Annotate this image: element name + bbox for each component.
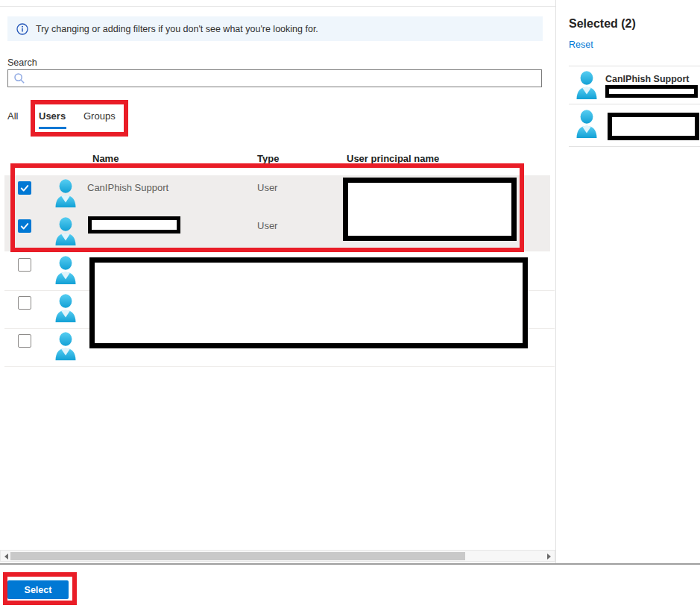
user-avatar-icon xyxy=(54,217,78,245)
search-icon xyxy=(13,72,25,84)
row3-checkbox[interactable] xyxy=(18,258,31,272)
selected-panel-title: Selected (2) xyxy=(569,17,636,31)
selected-item-name: CanIPhish Support xyxy=(605,74,690,84)
scroll-right-arrow-icon[interactable] xyxy=(547,554,551,560)
row2-name-redaction xyxy=(88,216,180,234)
row1-type: User xyxy=(257,182,277,193)
tab-users[interactable]: Users xyxy=(39,110,66,122)
user-avatar-icon xyxy=(54,294,78,322)
tab-all[interactable]: All xyxy=(7,110,18,122)
row4-checkbox[interactable] xyxy=(18,296,31,310)
member-picker-pane: Try changing or adding filters if you do… xyxy=(0,0,700,608)
scroll-left-arrow-icon[interactable] xyxy=(4,554,8,560)
panel-separator xyxy=(569,104,700,104)
selected-item-upn-redaction xyxy=(605,85,698,98)
panel-separator xyxy=(569,146,700,147)
row-separator xyxy=(4,366,555,367)
row2-checkbox[interactable] xyxy=(18,219,31,233)
scrollbar-thumb[interactable] xyxy=(10,552,465,560)
row2-type: User xyxy=(257,220,277,231)
tab-groups[interactable]: Groups xyxy=(83,110,116,122)
check-icon xyxy=(19,221,30,231)
rows-content-redaction-box xyxy=(89,257,528,348)
search-input[interactable] xyxy=(7,69,542,87)
panel-separator xyxy=(569,66,700,66)
column-header-type: Type xyxy=(257,153,279,164)
user-avatar-icon xyxy=(575,110,599,138)
upn-redaction-box xyxy=(343,178,517,241)
row1-name: CanIPhish Support xyxy=(87,182,168,193)
active-tab-underline xyxy=(39,127,66,129)
footer-divider xyxy=(0,563,700,565)
selected-item-redaction xyxy=(608,113,699,140)
user-avatar-icon xyxy=(54,179,78,207)
reset-link[interactable]: Reset xyxy=(569,40,593,50)
filter-hint-banner: Try changing or adding filters if you do… xyxy=(7,16,543,41)
column-header-name: Name xyxy=(92,153,119,164)
top-divider xyxy=(0,6,555,7)
row1-checkbox[interactable] xyxy=(18,181,31,195)
select-button[interactable]: Select xyxy=(7,580,69,599)
banner-text: Try changing or adding filters if you do… xyxy=(36,24,318,34)
user-avatar-icon xyxy=(575,71,599,99)
user-avatar-icon xyxy=(54,256,78,284)
column-header-upn: User principal name xyxy=(347,153,439,164)
info-icon xyxy=(16,23,28,35)
horizontal-scrollbar[interactable] xyxy=(0,550,555,562)
search-label: Search xyxy=(7,57,37,68)
panel-divider xyxy=(555,0,556,564)
row5-checkbox[interactable] xyxy=(18,334,31,348)
user-avatar-icon xyxy=(54,332,78,360)
check-icon xyxy=(19,183,30,193)
